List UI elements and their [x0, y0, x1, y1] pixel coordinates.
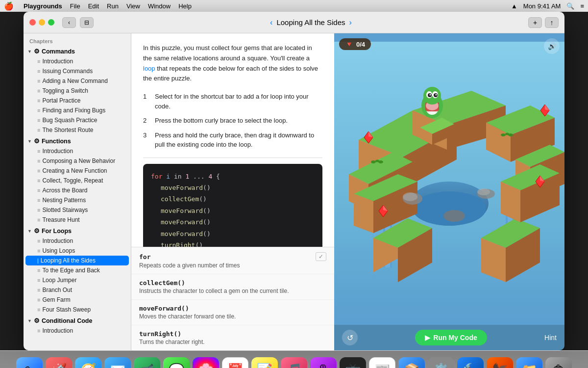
menu-run[interactable]: Run — [107, 2, 119, 10]
dock-news[interactable]: 📰 — [369, 357, 395, 368]
api-item-for[interactable]: for ✓ Repeats code a given number of tim… — [131, 247, 334, 274]
dock-music[interactable]: 🎵 — [281, 357, 307, 368]
sidebar-toggle-button[interactable]: ⊟ — [80, 17, 94, 28]
run-button[interactable]: ▶ Run My Code — [415, 330, 487, 345]
sidebar-item-commands-toggling[interactable]: ≡ Toggling a Switch — [24, 86, 131, 96]
sidebar-item-functions-intro[interactable]: ≡ Introduction — [24, 146, 131, 156]
commands-icon: ⚙ — [34, 48, 40, 55]
titlebar-actions: + ↑ — [528, 17, 559, 28]
svg-point-59 — [477, 188, 490, 195]
dock-xcode[interactable]: 🔨 — [457, 357, 484, 368]
sidebar-item-functions-nesting[interactable]: ≡ Nesting Patterns — [24, 195, 131, 205]
sidebar-item-forloops-gemfarm[interactable]: ≡ Gem Farm — [24, 295, 131, 305]
sidebar-item-commands-portal[interactable]: ≡ Portal Practice — [24, 96, 131, 105]
menu-window[interactable]: Window — [148, 2, 171, 10]
app-name[interactable]: Playgrounds — [24, 2, 62, 10]
dock-podcasts[interactable]: 🎙 — [310, 357, 337, 368]
api-item-turnright[interactable]: turnRight() Turns the character right. — [131, 325, 334, 350]
sidebar-item-forloops-branch[interactable]: ≡ Branch Out — [24, 285, 131, 295]
timer-button[interactable]: ↺ — [342, 330, 358, 345]
sidebar-item-commands-intro[interactable]: ≡ Introduction — [24, 56, 131, 66]
api-desc-collectgem: Instructs the character to collect a gem… — [139, 288, 326, 294]
code-line-5: moveForward() — [151, 216, 315, 228]
dock-photos[interactable]: 🌸 — [193, 357, 219, 368]
sidebar-item-forloops-fourstash[interactable]: ≡ Four Stash Sweep — [24, 305, 131, 315]
group-label-conditional: Conditional Code — [42, 317, 92, 324]
sidebar-item-forloops-looping[interactable]: | Looping All the Sides — [25, 256, 129, 265]
maximize-button[interactable] — [48, 19, 54, 26]
bullet-icon: ≡ — [37, 168, 40, 174]
gem-counter: 🔻 0/4 — [339, 38, 371, 50]
loop-link[interactable]: loop — [143, 65, 155, 72]
functions-icon: ⚙ — [34, 137, 40, 145]
dock-finder[interactable]: 🗂 — [16, 357, 43, 368]
add-button[interactable]: + — [528, 17, 542, 28]
sidebar-item-forloops-jumper[interactable]: ≡ Loop Jumper — [24, 275, 131, 285]
volume-button[interactable]: 🔊 — [544, 38, 560, 54]
dock-notes[interactable]: 📝 — [251, 357, 278, 368]
sidebar-item-commands-adding[interactable]: ≡ Adding a New Command — [24, 76, 131, 86]
bullet-icon: ≡ — [37, 78, 40, 84]
sidebar-group-header-commands[interactable]: ▼ ⚙ Commands — [24, 46, 131, 56]
dock-swift[interactable]: 🦅 — [487, 357, 513, 368]
code-block[interactable]: for i in 1 ... 4 { moveForward() collect… — [143, 164, 322, 247]
menu-file[interactable]: File — [70, 2, 80, 10]
api-item-collectgem-header: collectGem() — [139, 279, 326, 287]
sidebar-item-functions-slotted[interactable]: ≡ Slotted Stairways — [24, 205, 131, 215]
api-desc-turnright: Turns the character right. — [139, 339, 326, 345]
sidebar-item-conditional-intro[interactable]: ≡ Introduction — [24, 326, 131, 336]
step-2: 2 Press the bottom curly brace to select… — [143, 116, 322, 126]
bullet-icon: ≡ — [37, 107, 40, 113]
dock-facetime[interactable]: 📹 — [134, 357, 160, 368]
api-name-turnright: turnRight() — [139, 330, 181, 338]
sidebar-item-commands-bugs[interactable]: ≡ Finding and Fixing Bugs — [24, 105, 131, 115]
dock-mail[interactable]: ✉️ — [104, 357, 131, 368]
prev-chapter-arrow[interactable]: ‹ — [270, 18, 272, 27]
control-icon[interactable]: ≡ — [580, 2, 584, 10]
dock-calendar[interactable]: 📅 — [222, 357, 248, 368]
sidebar-item-commands-issuing[interactable]: ≡ Issuing Commands — [24, 66, 131, 76]
api-item-moveforward[interactable]: moveForward() Moves the character forwar… — [131, 300, 334, 325]
minimize-button[interactable] — [39, 19, 45, 26]
sidebar-group-header-forloops[interactable]: ▼ ⚙ For Loops — [24, 226, 131, 236]
dock-files[interactable]: 📁 — [516, 357, 542, 368]
dock-safari[interactable]: 🧭 — [75, 357, 101, 368]
sidebar-item-functions-collect[interactable]: ≡ Collect, Toggle, Repeat — [24, 176, 131, 185]
chapter-title: Looping All the Sides — [276, 18, 345, 26]
back-button[interactable]: ‹ — [62, 17, 76, 28]
next-chapter-arrow[interactable]: › — [349, 18, 352, 27]
apple-icon[interactable]: 🍎 — [4, 1, 14, 11]
sidebar-item-commands-squash[interactable]: ≡ Bug Squash Practice — [24, 115, 131, 125]
sidebar-item-functions-composing[interactable]: ≡ Composing a New Behavior — [24, 156, 131, 166]
menu-help[interactable]: Help — [178, 2, 192, 10]
dock-appstore[interactable]: 📦 — [398, 357, 425, 368]
close-button[interactable] — [29, 19, 36, 26]
dock-trash[interactable]: 🗑 — [545, 357, 572, 368]
sidebar-item-functions-across[interactable]: ≡ Across the Board — [24, 185, 131, 195]
sidebar-item-forloops-edge[interactable]: ≡ To the Edge and Back — [24, 265, 131, 275]
api-item-collectgem[interactable]: collectGem() Instructs the character to … — [131, 274, 334, 300]
dock-appletv[interactable]: 📺 — [340, 357, 366, 368]
dock-launchpad[interactable]: 🚀 — [46, 357, 72, 368]
search-icon[interactable]: 🔍 — [566, 2, 574, 10]
group-label-forloops: For Loops — [42, 228, 72, 235]
sidebar-item-functions-creating[interactable]: ≡ Creating a New Function — [24, 166, 131, 176]
sidebar-item-functions-treasure[interactable]: ≡ Treasure Hunt — [24, 215, 131, 225]
sidebar-item-forloops-intro[interactable]: ≡ Introduction — [24, 236, 131, 246]
sidebar-group-forloops: ▼ ⚙ For Loops ≡ Introduction ≡ Using Loo… — [24, 226, 131, 315]
bullet-icon: ≡ — [37, 217, 40, 223]
sidebar-item-commands-shortest[interactable]: ≡ The Shortest Route — [24, 125, 131, 135]
api-chevron-for[interactable]: ✓ — [316, 252, 326, 261]
dock-messages[interactable]: 💬 — [163, 357, 190, 368]
dock-systemprefs[interactable]: ⚙️ — [428, 357, 454, 368]
sidebar-group-header-functions[interactable]: ▼ ⚙ Functions — [24, 136, 131, 146]
bullet-icon: ≡ — [37, 287, 40, 293]
triangle-icon: ▼ — [27, 139, 32, 144]
hint-button[interactable]: Hint — [544, 334, 557, 342]
share-button[interactable]: ↑ — [545, 17, 559, 28]
puzzle-intro: In this puzzle, you must collect four ge… — [143, 43, 322, 84]
sidebar-item-forloops-using[interactable]: ≡ Using Loops — [24, 246, 131, 256]
menu-edit[interactable]: Edit — [88, 2, 99, 10]
sidebar-group-header-conditional[interactable]: ▼ ⚙ Conditional Code — [24, 315, 131, 326]
menu-view[interactable]: View — [126, 2, 140, 10]
